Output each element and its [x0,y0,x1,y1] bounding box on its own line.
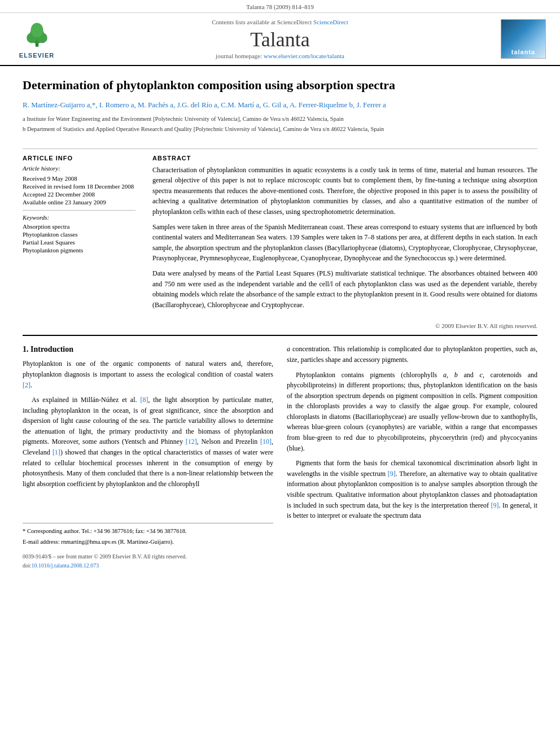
footnote-divider [23,523,273,523]
main-content: 1. Introduction Phytoplankton is one of … [0,344,560,570]
info-divider [23,210,135,211]
article-info-column: ARTICLE INFO Article history: Received 9… [23,155,135,315]
abstract-column: ABSTRACT Characterisation of phytoplankt… [152,155,537,315]
journal-title: Talanta [62,28,498,51]
revised-date: Received in revised form 18 December 200… [23,183,135,190]
article-info-abstract: ARTICLE INFO Article history: Received 9… [0,155,560,315]
journal-citation-bar: Talanta 78 (2009) 814–819 [0,0,560,13]
doi-label: doi: [23,562,32,569]
header-divider [23,148,537,149]
abstract-p3: Data were analysed by means of the Parti… [152,268,537,310]
svg-point-4 [30,23,43,37]
journal-citation: Talanta 78 (2009) 814–819 [246,3,313,10]
online-date: Available online 23 January 2009 [23,199,135,206]
article-title: Determination of phytoplankton compositi… [23,77,537,94]
journal-homepage: journal homepage: www.elsevier.com/locat… [62,53,498,59]
main-right-column: a concentration. This relationship is co… [287,344,537,570]
abstract-p1: Characterisation of phytoplankton commun… [152,165,537,217]
talanta-logo-box: talanta [498,19,549,59]
keywords-label: Keywords: [23,214,135,221]
ref-12[interactable]: [12] [186,438,197,445]
section1-number: 1. [23,345,29,353]
s1r-para1: a concentration. This relationship is co… [287,344,537,365]
ref-1[interactable]: [1] [53,448,60,456]
s1-para2: As explained in Millán-Núñez et al. [8],… [23,395,273,489]
doi-link[interactable]: 10.1016/j.talanta.2008.12.073 [32,562,99,569]
section1-right-body: a concentration. This relationship is co… [287,344,537,521]
section1-title: 1. Introduction [23,345,273,354]
main-left-column: 1. Introduction Phytoplankton is one of … [23,344,273,570]
journal-header: ELSEVIER Contents lists available at Sci… [0,13,560,66]
ref-9b[interactable]: [9] [491,501,499,509]
talanta-cover-image: talanta [501,19,546,59]
footnote-area: * Corresponding author. Tel.: +34 96 387… [23,523,273,547]
keyword-3: Partial Least Squares [23,239,135,246]
section1-body: Phytoplankton is one of the organic comp… [23,359,273,489]
doi-line: doi:10.1016/j.talanta.2008.12.073 [23,561,273,570]
elsevier-label: ELSEVIER [19,52,54,59]
affiliation-a: a Institute for Water Engineering and th… [23,115,537,124]
homepage-url[interactable]: www.elsevier.com/locate/talanta [264,53,344,59]
contents-available-line: Contents lists available at ScienceDirec… [62,19,498,25]
article-title-section: Determination of phytoplankton compositi… [0,66,560,143]
article-dates: Received 9 May 2008 Received in revised … [23,175,135,206]
footnote-star: * Corresponding author. Tel.: +34 96 387… [23,527,273,536]
abstract-p2: Samples were taken in three areas of the… [152,222,537,264]
issn-line: 0039-9140/$ – see front matter © 2009 El… [23,552,273,561]
s1r-para3: Pigments that form the basis for chemica… [287,458,537,521]
homepage-label: journal homepage: [216,53,262,59]
article-info-header: ARTICLE INFO [23,155,135,161]
affiliations: a Institute for Water Engineering and th… [23,115,537,134]
science-direct-link[interactable]: ScienceDirect [313,19,348,25]
accepted-date: Accepted 22 December 2008 [23,191,135,198]
s1-para1: Phytoplankton is one of the organic comp… [23,359,273,390]
copyright-line: © 2009 Elsevier B.V. All rights reserved… [0,320,560,335]
keyword-2: Phytoplankton classes [23,231,135,238]
keyword-4: Phytoplankton pigments [23,247,135,254]
affiliation-b: b Department of Statistics and Applied O… [23,125,537,134]
bottom-meta: 0039-9140/$ – see front matter © 2009 El… [23,552,273,570]
history-label: Article history: [23,165,135,172]
elsevier-logo: ELSEVIER [11,20,62,59]
s1r-para2: Phytoplankton contains pigments (chlorop… [287,370,537,454]
authors: R. Martínez-Guijarro a,*, I. Romero a, M… [23,99,537,111]
elsevier-tree-icon [21,20,53,51]
section1-title-text: Introduction [30,345,73,353]
abstract-text: Characterisation of phytoplankton commun… [152,165,537,311]
a-italic: a [287,345,290,353]
ref-10[interactable]: [10] [260,438,272,445]
ref-2[interactable]: [2] [23,381,30,389]
received-date: Received 9 May 2008 [23,175,135,182]
section-thick-divider [23,335,537,336]
abstract-header: ABSTRACT [152,155,537,161]
footnote-email: E-mail address: rnmarting@hma.upv.es (R.… [23,538,273,547]
talanta-logo-text: talanta [511,49,535,55]
journal-center: Contents lists available at ScienceDirec… [62,19,498,59]
ref-8[interactable]: [8] [140,396,148,404]
contents-text: Contents lists available at ScienceDirec… [212,19,312,25]
ref-9[interactable]: [9] [388,470,396,478]
keyword-1: Absorption spectra [23,223,135,230]
